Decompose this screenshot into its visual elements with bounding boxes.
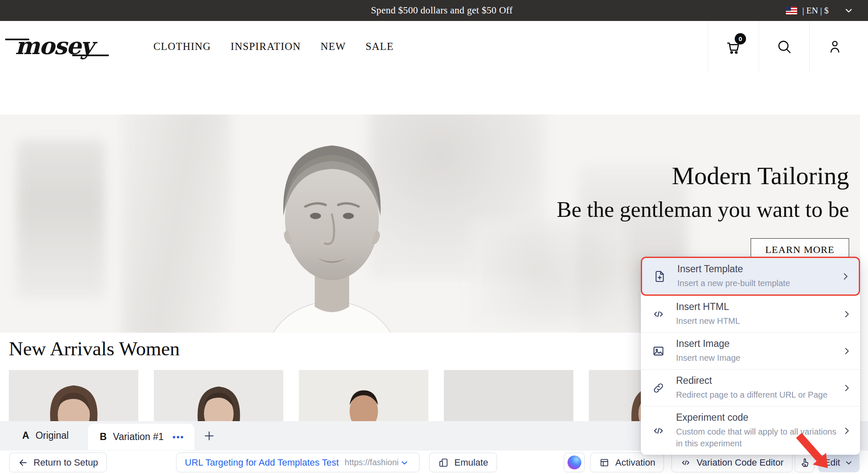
menu-item-title: Insert HTML	[676, 301, 837, 313]
code-icon	[680, 457, 691, 468]
experiment-name: URL Targeting for Add Templates Test	[185, 457, 339, 468]
code-editor-label: Variation Code Editor	[697, 457, 784, 468]
document-plus-icon	[653, 270, 667, 283]
nav-links: CLOTHING INSPIRATION NEW SALE	[153, 21, 394, 72]
menu-item-insert-template[interactable]: Insert Template Insert a new pre-built t…	[641, 257, 860, 296]
ai-assistant-button[interactable]	[564, 453, 585, 472]
hero-bg-shape	[17, 140, 105, 299]
emulate-button[interactable]: Emulate	[429, 453, 497, 472]
nav-link-new[interactable]: NEW	[321, 41, 346, 52]
cart-count-badge: 0	[735, 33, 746, 44]
menu-item-subtitle: Redirect page to a different URL or Page	[676, 389, 837, 401]
tab-letter: B	[100, 431, 107, 443]
nav-icons: 0	[708, 21, 860, 72]
site-logo[interactable]: mosey	[15, 32, 93, 60]
hand-pointer-icon	[799, 457, 811, 469]
code-icon	[652, 307, 666, 321]
chevron-right-icon	[842, 383, 852, 393]
edit-dropdown-button[interactable]: Edit	[818, 453, 860, 472]
layout-panel-icon	[599, 457, 610, 468]
hero-title: Modern Tailoring	[557, 163, 849, 188]
chevron-right-icon	[840, 271, 850, 281]
tab-original[interactable]: A Original	[0, 421, 88, 450]
locale-selector[interactable]: | EN | $	[786, 0, 854, 21]
user-icon	[826, 38, 844, 55]
promo-text: Spend $500 dollars and get $50 Off	[371, 0, 513, 21]
us-flag-icon	[786, 7, 797, 15]
ai-orb-icon	[567, 456, 581, 469]
tab-label: Original	[36, 430, 69, 441]
cart-button[interactable]: 0	[708, 21, 759, 72]
chevron-down-icon	[400, 458, 409, 467]
promo-banner: Spend $500 dollars and get $50 Off | EN …	[0, 0, 868, 21]
menu-item-insert-html[interactable]: Insert HTML Insert new HTML	[641, 296, 860, 332]
tab-variation-1[interactable]: B Variation #1 •••	[88, 424, 194, 450]
add-variation-button[interactable]	[203, 430, 215, 442]
search-button[interactable]	[759, 21, 809, 72]
menu-item-subtitle: Custom code that will apply to all varia…	[676, 426, 837, 449]
menu-item-title: Insert Image	[676, 338, 837, 349]
hero-bg-shape	[122, 115, 231, 333]
menu-item-subtitle: Insert a new pre-built template	[677, 277, 835, 289]
nav-link-sale[interactable]: SALE	[365, 41, 394, 52]
locale-label: | EN | $	[802, 5, 829, 16]
arrow-left-icon	[18, 458, 28, 468]
image-icon	[652, 344, 666, 358]
hero-man-photo	[215, 115, 449, 333]
tab-label: Variation #1	[113, 431, 164, 443]
chevron-right-icon	[842, 309, 852, 319]
hero-copy: Modern Tailoring Be the gentleman you wa…	[557, 163, 849, 261]
return-to-setup-button[interactable]: Return to Setup	[9, 453, 107, 472]
code-icon	[652, 424, 666, 438]
experiment-url-selector[interactable]: URL Targeting for Add Templates Test htt…	[176, 453, 420, 472]
activation-label: Activation	[615, 457, 655, 468]
insert-context-menu: Insert Template Insert a new pre-built t…	[641, 257, 860, 455]
nav-link-clothing[interactable]: CLOTHING	[153, 41, 211, 52]
chevron-down-icon	[844, 5, 854, 16]
activation-button[interactable]: Activation	[590, 453, 664, 472]
menu-item-subtitle: Insert new Image	[676, 352, 837, 364]
chevron-right-icon	[842, 346, 852, 356]
devices-icon	[438, 457, 449, 468]
return-label: Return to Setup	[34, 457, 98, 468]
search-icon	[775, 38, 793, 55]
experiment-url: https://fashionize	[345, 458, 398, 467]
menu-item-title: Redirect	[676, 375, 837, 386]
menu-item-title: Experiment code	[676, 412, 837, 423]
menu-item-insert-image[interactable]: Insert Image Insert new Image	[641, 332, 860, 369]
nav-link-inspiration[interactable]: INSPIRATION	[231, 41, 301, 52]
tab-letter: A	[22, 430, 29, 441]
tab-options-dots[interactable]: •••	[173, 432, 184, 442]
edit-label: Edit	[824, 457, 840, 468]
menu-item-title: Insert Template	[677, 263, 835, 275]
link-icon	[652, 381, 666, 395]
account-button[interactable]	[809, 21, 860, 72]
interactive-mode-button[interactable]	[795, 453, 814, 472]
emulate-label: Emulate	[454, 457, 488, 468]
menu-item-subtitle: Insert new HTML	[676, 315, 837, 327]
chevron-down-icon	[844, 458, 853, 467]
variation-code-editor-button[interactable]: Variation Code Editor	[671, 453, 793, 472]
hero-subtitle: Be the gentleman you want to be	[557, 198, 849, 221]
chevron-right-icon	[842, 426, 852, 436]
menu-item-redirect[interactable]: Redirect Redirect page to a different UR…	[641, 369, 860, 406]
menu-item-experiment-code[interactable]: Experiment code Custom code that will ap…	[641, 406, 860, 455]
site-navbar: mosey CLOTHING INSPIRATION NEW SALE 0	[0, 21, 868, 72]
